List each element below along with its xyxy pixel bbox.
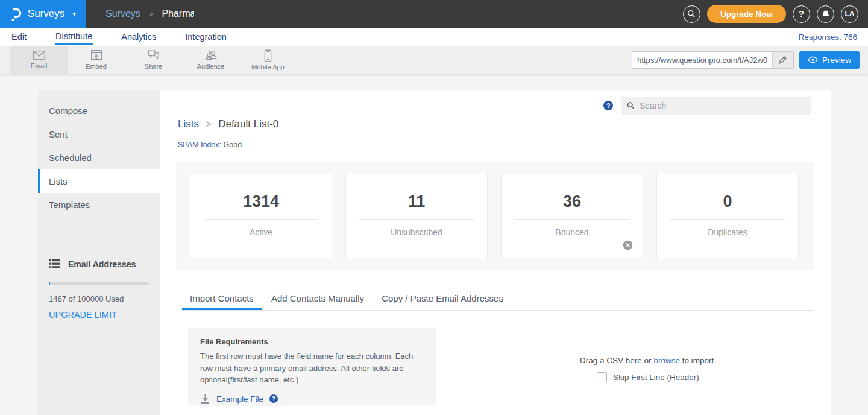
toolbar-item-share[interactable]: Share bbox=[125, 46, 182, 74]
skip-first-line-checkbox[interactable] bbox=[597, 372, 607, 382]
toolbar-label: Email bbox=[31, 62, 48, 69]
usage-text: 1467 of 100000 Used bbox=[49, 294, 149, 303]
product-name: Surveys bbox=[28, 8, 64, 20]
avatar[interactable]: LA bbox=[841, 5, 858, 23]
chevron-down-icon: ▼ bbox=[71, 11, 77, 17]
search-icon bbox=[627, 101, 635, 110]
spam-index-label: SPAM Index: bbox=[178, 141, 221, 149]
responses-count[interactable]: Responses: 766 bbox=[798, 33, 857, 42]
help-button[interactable]: ? bbox=[793, 5, 810, 23]
stat-divider bbox=[670, 219, 785, 220]
browse-link[interactable]: browse bbox=[653, 356, 680, 365]
notifications-button[interactable] bbox=[817, 5, 834, 23]
stat-divider bbox=[359, 219, 474, 220]
survey-url-input[interactable] bbox=[632, 52, 772, 68]
embed-icon bbox=[90, 49, 103, 62]
tab-analytics[interactable]: Analytics bbox=[121, 30, 157, 44]
topbar: Surveys ▼ Surveys > Pharma Upgrade Now ?… bbox=[0, 0, 868, 28]
list-search bbox=[621, 97, 811, 115]
search-button[interactable] bbox=[683, 5, 700, 23]
clear-bounced-button[interactable] bbox=[623, 240, 633, 250]
file-requirements-box: File Requirements The first row must hav… bbox=[188, 328, 436, 406]
audience-icon: $ bbox=[204, 49, 218, 62]
search-input[interactable] bbox=[640, 101, 805, 110]
preview-label: Preview bbox=[822, 55, 851, 65]
stat-card-active: 1314 Active bbox=[190, 174, 332, 258]
toolbar-item-email[interactable]: Email bbox=[10, 46, 68, 74]
file-requirements-text: The first row must have the field name f… bbox=[200, 350, 424, 386]
search-icon bbox=[687, 10, 696, 18]
email-icon bbox=[33, 50, 46, 61]
preview-button[interactable]: Preview bbox=[799, 51, 860, 69]
lists-link[interactable]: Lists bbox=[178, 118, 199, 130]
questionpro-logo-icon bbox=[9, 6, 22, 22]
x-circle-icon bbox=[623, 240, 633, 250]
sidebar-item-templates[interactable]: Templates bbox=[38, 193, 160, 217]
usage-progress-fill bbox=[49, 282, 50, 285]
stat-label: Active bbox=[190, 227, 332, 237]
tab-add-contacts-manually[interactable]: Add Contacts Manually bbox=[263, 288, 372, 310]
tab-distribute[interactable]: Distribute bbox=[55, 30, 93, 45]
pencil-icon bbox=[778, 55, 787, 65]
contacts-tabs: Import Contacts Add Contacts Manually Co… bbox=[182, 288, 814, 311]
spam-index-value: Good bbox=[221, 141, 242, 149]
share-icon bbox=[147, 49, 160, 62]
breadcrumb-separator: > bbox=[206, 119, 211, 129]
list-icon bbox=[49, 259, 60, 269]
list-breadcrumb: Lists > Default List-0 bbox=[178, 118, 278, 130]
toolbar-item-mobile-app[interactable]: Mobile App bbox=[239, 46, 297, 74]
sidebar-item-sent[interactable]: Sent bbox=[38, 122, 160, 146]
email-sidebar: Compose Sent Scheduled Lists Templates E… bbox=[38, 90, 160, 415]
toolbar-label: Embed bbox=[86, 63, 107, 70]
stat-divider bbox=[515, 219, 629, 220]
example-file-link[interactable]: Example File bbox=[216, 394, 263, 404]
topbar-actions: Upgrade Now ? LA bbox=[683, 5, 868, 23]
survey-nav: Edit Distribute Analytics Integration Re… bbox=[0, 28, 868, 46]
sidebar-item-lists[interactable]: Lists bbox=[38, 169, 160, 193]
sidebar-item-scheduled[interactable]: Scheduled bbox=[38, 146, 160, 169]
toolbar-item-audience[interactable]: $ Audience bbox=[182, 46, 239, 74]
stat-label: Duplicates bbox=[657, 227, 798, 237]
lists-main-panel: ? Lists > Default List-0 SPAM Index: Goo… bbox=[160, 90, 831, 415]
csv-dropzone[interactable]: Drag a CSV here or browse to import. Ski… bbox=[497, 356, 799, 382]
current-list-name: Default List-0 bbox=[218, 118, 278, 130]
stat-value: 0 bbox=[657, 192, 798, 211]
toolbar-label: Audience bbox=[197, 63, 225, 70]
stat-label: Unsubscribed bbox=[346, 227, 487, 237]
spam-index: SPAM Index: Good bbox=[178, 141, 242, 149]
sidebar-item-compose[interactable]: Compose bbox=[38, 99, 160, 122]
app-root: Surveys ▼ Surveys > Pharma Upgrade Now ?… bbox=[0, 0, 868, 415]
breadcrumb-survey-name: Pharma bbox=[162, 8, 194, 19]
dropzone-text: Drag a CSV here or browse to import. bbox=[497, 356, 799, 365]
stat-label: Bounced bbox=[502, 227, 643, 237]
tab-edit[interactable]: Edit bbox=[11, 30, 27, 44]
upgrade-now-button[interactable]: Upgrade Now bbox=[707, 5, 786, 23]
mobile-app-icon bbox=[264, 49, 272, 62]
stat-value: 11 bbox=[346, 192, 487, 211]
tab-integration[interactable]: Integration bbox=[184, 30, 227, 44]
stat-card-unsubscribed: 11 Unsubscribed bbox=[345, 174, 488, 258]
breadcrumb-surveys-link[interactable]: Surveys bbox=[105, 8, 140, 19]
eye-icon bbox=[808, 56, 818, 63]
survey-url-field bbox=[632, 51, 794, 69]
email-addresses-panel: Email Addresses 1467 of 100000 Used UPGR… bbox=[38, 244, 160, 320]
stat-card-bounced: 36 Bounced bbox=[501, 174, 643, 258]
stat-value: 1314 bbox=[190, 192, 332, 211]
stat-card-duplicates: 0 Duplicates bbox=[656, 174, 799, 258]
lists-help-icon[interactable]: ? bbox=[603, 101, 613, 110]
example-file-help-icon[interactable]: ? bbox=[269, 394, 278, 403]
edit-url-button[interactable] bbox=[772, 52, 793, 68]
file-requirements-title: File Requirements bbox=[200, 337, 424, 346]
tab-copy-paste-email-addresses[interactable]: Copy / Paste Email Addresses bbox=[374, 288, 511, 310]
email-addresses-title: Email Addresses bbox=[68, 259, 136, 269]
tab-import-contacts[interactable]: Import Contacts bbox=[182, 288, 262, 310]
toolbar-item-embed[interactable]: Embed bbox=[68, 46, 125, 74]
upgrade-limit-link[interactable]: UPGRADE LIMIT bbox=[49, 310, 149, 320]
product-switcher[interactable]: Surveys ▼ bbox=[0, 0, 86, 28]
distribute-toolbar: Email Embed Share $ Audience Mobile App bbox=[0, 46, 868, 74]
list-stats-panel: 1314 Active 11 Unsubscribed 36 Bounced 0 bbox=[176, 162, 814, 270]
stat-divider bbox=[204, 219, 318, 220]
toolbar-label: Share bbox=[145, 63, 162, 70]
bell-icon bbox=[822, 10, 830, 19]
breadcrumb-separator: > bbox=[149, 10, 154, 19]
